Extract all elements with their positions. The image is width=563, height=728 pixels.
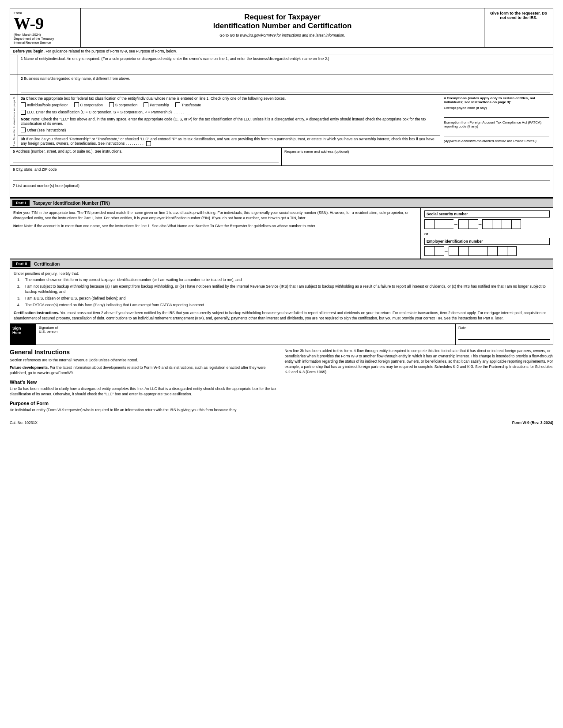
llc-row: LLC. Enter the tax classification (C = C… [21,109,437,115]
ein-cell-5[interactable] [468,246,478,256]
line6-content: 6 City, state, and ZIP code [13,167,550,180]
cert-instructions-label: Certification instructions. [14,311,59,315]
date-field[interactable]: Date [456,324,553,345]
line2-input[interactable] [21,82,550,93]
requester-label: Requester's name and address (optional) [284,150,349,154]
sig-line[interactable] [39,334,453,343]
other-row: Other (see instructions) [21,128,437,132]
cb-ccorp: C corporation [74,102,103,107]
ein-cell-8[interactable] [497,246,507,256]
part1-title: Taxpayer Identification Number (TIN) [33,201,110,206]
line6-input[interactable] [13,173,550,180]
tin-note: Note: Note: If the account is in more th… [13,224,417,229]
line1-input[interactable] [21,62,550,73]
line5-input[interactable] [13,155,279,162]
tin-boxes: Social security number – – or Employer i… [421,208,553,259]
line7-content: 7 List account number(s) here (optional) [13,184,550,196]
sig-label: Signature of U.S. person [39,326,453,334]
ein-cell-6[interactable] [478,246,487,256]
ssn-cell-1[interactable] [424,219,434,229]
line3b-content: 3b If on line 3a you checked "Partnershi… [18,135,440,147]
side-text-instructions: See Specific Instructions on page 3. [13,96,15,146]
cb-ccorp-label: C corporation [80,103,103,107]
cb-other: Other (see instructions) [21,128,66,132]
line3a-exemptions-row: See Specific Instructions on page 3. 3a … [10,95,553,148]
cert-item-4: The FATCA code(s) entered on this form (… [21,303,549,308]
line7-text: List account number(s) here (optional) [16,184,79,188]
cb-scorp: S corporation [109,102,138,107]
exempt-payee-input[interactable] [444,111,549,118]
fatca-section: Exemption from Foreign Account Tax Compl… [444,120,549,136]
ein-cell-2[interactable] [434,246,444,256]
ssn-label: Social security number [424,210,550,218]
llc-input[interactable] [187,109,205,115]
cb-scorp-label: S corporation [115,103,138,107]
line6-row: 6 City, state, and ZIP code [10,166,553,182]
ssn-cell-4[interactable] [458,219,468,229]
ssn-cell-6[interactable] [482,219,492,229]
line3b-label: 3b [21,137,26,141]
whats-new-text: Line 3a has been modified to clarify how… [10,387,279,397]
checkbox-row-1: Individual/sole proprietor C corporation… [21,102,437,107]
cb-scorp-box[interactable] [109,102,114,107]
future-dev-label: Future developments. [10,365,49,370]
cb-individual-box[interactable] [21,102,26,107]
cb-partnership: Partnership [144,102,169,107]
signature-field[interactable]: Signature of U.S. person [36,324,456,345]
dept: Department of the Treasury [14,37,77,41]
general-instructions-section: General Instructions Section references … [10,349,553,415]
page-footer: Cat. No. 10231X Form W-9 (Rev. 3-2024) [10,420,553,425]
part2-label: Part II [12,261,30,267]
requester-input[interactable] [284,154,550,169]
cb-trust: Trust/estate [175,102,201,107]
line5-content: 5 Address (number, street, and apt. or s… [10,148,282,165]
whats-new-title: What's New [10,379,279,385]
ein-cell-3[interactable] [449,246,458,256]
before-begin-section: Before you begin. For guidance related t… [10,48,553,55]
cb-partnership-box[interactable] [144,102,148,107]
line7-input[interactable] [13,190,550,196]
fatca-input[interactable] [444,129,549,136]
cb-ccorp-box[interactable] [74,102,79,107]
note-3a: Note: Note: Check the "LLC" box above an… [21,117,437,126]
ssn-cell-9[interactable] [511,219,521,229]
line3b-text: If on line 3a you checked "Partnership" … [21,137,435,146]
ssn-cell-2[interactable] [434,219,444,229]
form-id-section: Form W-9 (Rev. March 2024) Department of… [10,8,81,47]
ein-label: Employer identification number [424,238,550,245]
ssn-cell-5[interactable] [468,219,478,229]
cert-item-1: The number shown on this form is my corr… [21,278,549,283]
cert-instructions-text: You must cross out item 2 above if you h… [14,311,546,320]
ssn-cell-8[interactable] [502,219,511,229]
cb-trust-label: Trust/estate [181,103,201,107]
cb-llc-box[interactable] [21,110,26,115]
tin-instructions: Enter your TIN in the appropriate box. T… [10,208,421,259]
line3a-col: 3a Check the appropriate box for federal… [18,95,440,147]
ein-dash-1: – [444,248,449,254]
ein-cell-9[interactable] [507,246,517,256]
ein-input-row: – [424,246,550,256]
line1-section: 1 Name of entity/individual. An entry is… [10,55,553,75]
cb-other-box[interactable] [21,128,26,132]
line2-text: Business name/disregarded entity name, i… [24,76,130,81]
cb-trust-box[interactable] [175,102,180,107]
title-line1: Request for Taxpayer [84,13,480,22]
website-note: Go to Go to www.irs.gov/FormW9 for instr… [84,33,480,38]
ein-cell-1[interactable] [424,246,434,256]
ein-cell-4[interactable] [458,246,468,256]
exempt-payee-label: Exempt payee code (if any) [444,106,549,110]
applies-text: (Applies to accounts maintained outside … [444,139,549,143]
date-line[interactable] [458,331,550,340]
line3b-dots: . . . . . . . . . [126,141,144,146]
ssn-cell-7[interactable] [492,219,502,229]
rev-date: (Rev. March 2024) [14,33,77,37]
side-spacer [10,55,18,75]
line5-text: Address (number, street, and apt. or sui… [16,149,122,154]
line3a-content: 3a Check the appropriate box for federal… [18,95,440,135]
cb-individual-label: Individual/sole proprietor [27,103,68,107]
right-col-text: New line 3b has been added to this form.… [285,349,554,375]
ssn-cell-3[interactable] [444,219,453,229]
sign-content: Signature of U.S. person Date [36,324,553,345]
ein-cell-7[interactable] [487,246,497,256]
cb-3b-box[interactable] [146,141,151,146]
